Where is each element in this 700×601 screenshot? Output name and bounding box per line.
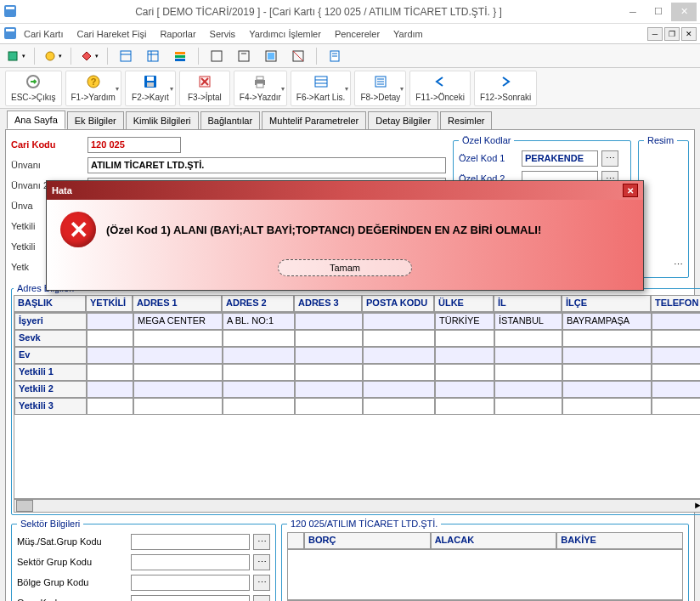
cell-ilce[interactable] <box>562 381 652 398</box>
btn-f11-onceki[interactable]: F11->Önceki <box>409 71 471 106</box>
cell-tel[interactable] <box>652 398 700 415</box>
cell-tel[interactable] <box>652 347 700 364</box>
cell-ulke[interactable] <box>435 398 494 415</box>
btn-f12-sonraki[interactable]: F12->Sonraki <box>474 71 537 106</box>
col-il[interactable]: İL <box>494 295 562 312</box>
cell-posta[interactable] <box>363 330 435 347</box>
minimize-button[interactable]: ─ <box>620 3 646 21</box>
table-row[interactable]: Yetkili 1 <box>14 364 700 381</box>
sektor-lookup-button[interactable]: ⋯ <box>253 534 270 550</box>
cell-adres1[interactable] <box>133 398 223 415</box>
mdi-restore-button[interactable]: ❐ <box>664 27 680 41</box>
cell-adres3[interactable] <box>295 364 363 381</box>
tab-ana-sayfa[interactable]: Ana Sayfa <box>7 111 65 129</box>
cell-tel[interactable] <box>652 364 700 381</box>
sektor-lookup-button[interactable]: ⋯ <box>253 595 270 602</box>
table-row[interactable]: İşyeriMEGA CENTERA BL. NO:1TÜRKİYEİSTANB… <box>14 313 700 330</box>
cell-ilce[interactable]: BAYRAMPAŞA <box>562 313 652 330</box>
tb1-btn-2[interactable]: ▾ <box>42 47 64 65</box>
tb1-btn-8[interactable] <box>233 47 255 65</box>
tb1-btn-4[interactable] <box>115 47 137 65</box>
sektor-input[interactable] <box>131 575 250 591</box>
btn-esc-cikis[interactable]: ESC->Çıkış <box>5 71 62 106</box>
tb1-btn-5[interactable] <box>142 47 164 65</box>
cell-adres2[interactable] <box>223 330 295 347</box>
menu-yardimci-islemler[interactable]: Yardımcı İşlemler <box>242 26 328 42</box>
col-ulke[interactable]: ÜLKE <box>434 295 494 312</box>
tab-kimlik-bilgileri[interactable]: Kimlik Bilgileri <box>126 111 199 129</box>
cell-ulke[interactable] <box>435 347 494 364</box>
tb1-btn-11[interactable] <box>324 47 346 65</box>
menu-cari-karti[interactable]: Cari Kartı <box>17 26 70 42</box>
input-unvani[interactable] <box>88 157 446 173</box>
menu-raporlar[interactable]: Raporlar <box>153 26 202 42</box>
btn-f3-iptal[interactable]: F3->İptal <box>179 71 230 106</box>
cell-posta[interactable] <box>363 381 435 398</box>
lookup-ozel-kod-1[interactable]: ⋯ <box>601 150 618 167</box>
cell-adres2[interactable] <box>223 364 295 381</box>
sektor-input[interactable] <box>131 595 250 602</box>
cell-ulke[interactable] <box>435 364 494 381</box>
col-baslik[interactable]: BAŞLIK <box>14 295 86 312</box>
sektor-input[interactable] <box>131 534 250 550</box>
menu-pencereler[interactable]: Pencereler <box>328 26 387 42</box>
tb1-btn-1[interactable]: ▾ <box>5 47 27 65</box>
cell-adres1[interactable] <box>133 347 223 364</box>
error-dialog-titlebar[interactable]: Hata ✕ <box>47 181 643 200</box>
menu-yardim[interactable]: Yardım <box>387 26 430 42</box>
adres-grid-body[interactable]: İşyeriMEGA CENTERA BL. NO:1TÜRKİYEİSTANB… <box>14 312 700 499</box>
maximize-button[interactable]: ☐ <box>646 3 671 21</box>
menu-cari-hareket-fisi[interactable]: Cari Hareket Fişi <box>70 26 153 42</box>
bal-col-borc[interactable]: BORÇ <box>304 532 431 549</box>
cell-il[interactable] <box>494 347 562 364</box>
cell-adres1[interactable] <box>133 381 223 398</box>
tab-ek-bilgiler[interactable]: Ek Bilgiler <box>67 111 124 129</box>
tab-muhtelif-parametreler[interactable]: Muhtelif Parametreler <box>262 111 366 129</box>
mdi-minimize-button[interactable]: ─ <box>647 27 663 41</box>
cell-yetkili[interactable] <box>87 330 133 347</box>
cell-tel[interactable] <box>652 313 700 330</box>
cell-ilce[interactable] <box>562 347 652 364</box>
btn-f2-kayit[interactable]: F2->Kayıt ▾ <box>125 71 176 106</box>
cell-ulke[interactable]: TÜRKİYE <box>435 313 494 330</box>
cell-ilce[interactable] <box>562 330 652 347</box>
adres-hscroll[interactable]: ◄► <box>14 499 700 513</box>
lookup-resim[interactable]: ⋯ <box>674 259 683 270</box>
cell-yetkili[interactable] <box>87 381 133 398</box>
cell-posta[interactable] <box>363 313 435 330</box>
close-button[interactable]: ✕ <box>671 3 697 21</box>
bal-col-bakiye[interactable]: BAKİYE <box>556 532 683 549</box>
cell-ilce[interactable] <box>562 364 652 381</box>
col-ilce[interactable]: İLÇE <box>562 295 651 312</box>
table-row[interactable]: Sevk <box>14 330 700 347</box>
tb1-btn-10[interactable] <box>287 47 309 65</box>
table-row[interactable]: Ev <box>14 347 700 364</box>
cell-il[interactable]: İSTANBUL <box>494 313 562 330</box>
cell-il[interactable] <box>494 330 562 347</box>
cell-adres1[interactable] <box>133 330 223 347</box>
cell-il[interactable] <box>494 364 562 381</box>
cell-adres3[interactable] <box>295 398 363 415</box>
table-row[interactable]: Yetkili 2 <box>14 381 700 398</box>
cell-adres3[interactable] <box>295 313 363 330</box>
cell-adres2[interactable] <box>223 398 295 415</box>
cell-yetkili[interactable] <box>87 398 133 415</box>
tab-baglantilar[interactable]: Bağlantılar <box>200 111 261 129</box>
cell-yetkili[interactable] <box>87 313 133 330</box>
mdi-close-button[interactable]: ✕ <box>681 27 697 41</box>
cell-ulke[interactable] <box>435 381 494 398</box>
cell-ulke[interactable] <box>435 330 494 347</box>
col-posta[interactable]: POSTA KODU <box>362 295 434 312</box>
cell-adres3[interactable] <box>295 381 363 398</box>
col-adres1[interactable]: ADRES 1 <box>133 295 222 312</box>
cell-adres2[interactable]: A BL. NO:1 <box>223 313 295 330</box>
col-adres2[interactable]: ADRES 2 <box>222 295 294 312</box>
cell-tel[interactable] <box>652 330 700 347</box>
cell-adres3[interactable] <box>295 347 363 364</box>
cell-ilce[interactable] <box>562 398 652 415</box>
cell-il[interactable] <box>494 398 562 415</box>
tab-detay-bilgiler[interactable]: Detay Bilgiler <box>368 111 438 129</box>
cell-yetkili[interactable] <box>87 364 133 381</box>
tb1-btn-9[interactable] <box>260 47 282 65</box>
sektor-lookup-button[interactable]: ⋯ <box>253 554 270 570</box>
